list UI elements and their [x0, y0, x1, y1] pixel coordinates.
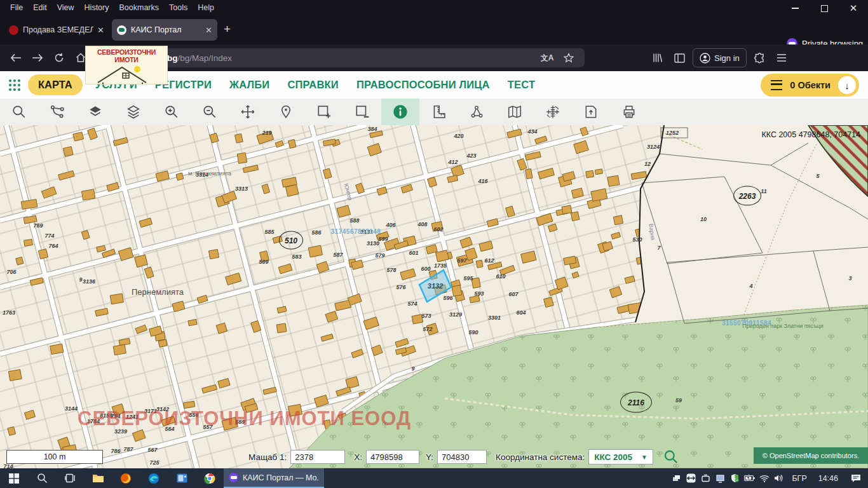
- objects-button[interactable]: 0 Обекти ↓: [761, 74, 859, 97]
- bookmark-star-icon[interactable]: [559, 49, 578, 67]
- parcel-label: 3130: [367, 240, 379, 247]
- keyboard-language[interactable]: БГР: [786, 474, 812, 483]
- osm-attribution[interactable]: © OpenStreetMap contributors.: [754, 447, 868, 464]
- nav-item-pravosposobni-litsa[interactable]: ПРАВОСПОСОБНИ ЛИЦА: [356, 79, 490, 91]
- tab1-close-icon[interactable]: ✕: [97, 25, 104, 35]
- screen: File Edit View History Bookmarks Tools H…: [0, 0, 868, 488]
- select-rect-plus-icon[interactable]: [305, 98, 343, 125]
- crs-label: Координатна система:: [496, 452, 585, 462]
- window-controls: ✕: [780, 0, 868, 17]
- back-button[interactable]: [6, 49, 25, 67]
- x-coordinate-input[interactable]: [366, 450, 419, 464]
- account-icon: [700, 53, 710, 64]
- nav-item-spravki[interactable]: СПРАВКИ: [287, 79, 339, 91]
- wifi-icon[interactable]: [757, 468, 771, 488]
- window-minimize-button[interactable]: [780, 0, 810, 17]
- tab2-close-icon[interactable]: ✕: [205, 25, 212, 35]
- app-grid-icon[interactable]: [8, 78, 22, 92]
- scale-input[interactable]: [290, 450, 345, 464]
- map-canvas[interactable]: 2193844204234343124125233143313412416774…: [0, 125, 868, 468]
- zoom-in-icon[interactable]: [153, 98, 191, 125]
- forward-button[interactable]: [28, 49, 47, 67]
- select-rect-minus-icon[interactable]: [343, 98, 381, 125]
- task-title: КАИС Портал — Mo...: [243, 473, 319, 482]
- chrome-icon[interactable]: [196, 468, 224, 488]
- menu-help[interactable]: Help: [193, 1, 219, 14]
- battery-icon[interactable]: [742, 468, 757, 488]
- menu-tools[interactable]: Tools: [164, 1, 193, 14]
- layers-icon[interactable]: [114, 98, 153, 125]
- route-nodes-icon[interactable]: [38, 98, 76, 125]
- hidden-icons-icon[interactable]: [669, 468, 684, 488]
- taskbar-clock[interactable]: 14:46: [813, 474, 844, 483]
- parcel-label: 573: [421, 313, 431, 319]
- zoom-out-icon[interactable]: [191, 98, 229, 125]
- signin-button[interactable]: Sign in: [693, 48, 747, 67]
- url-bar[interactable]: kais.cadastre.bg/bg/Map/Index 文A: [95, 48, 585, 67]
- parcel-label: 574: [407, 301, 417, 307]
- start-button[interactable]: [0, 468, 28, 488]
- parcel-label: 787: [123, 446, 133, 452]
- menu-view[interactable]: View: [52, 1, 79, 14]
- window-restore-button[interactable]: [810, 0, 839, 17]
- windows-security-icon[interactable]: [728, 468, 742, 488]
- download-arrow-icon[interactable]: ↓: [838, 76, 856, 94]
- print-icon[interactable]: [610, 98, 648, 125]
- file-explorer-icon[interactable]: [84, 468, 112, 488]
- action-center-icon[interactable]: [844, 468, 868, 488]
- library-icon[interactable]: [648, 49, 667, 67]
- volume-icon[interactable]: [771, 468, 786, 488]
- nav-item-karta[interactable]: КАРТА: [28, 74, 83, 95]
- crs-dropdown[interactable]: ККС 2005 ▼: [588, 449, 653, 464]
- nav-item-zhalbi[interactable]: ЖАЛБИ: [229, 79, 269, 91]
- parcel-label: 7: [657, 245, 660, 251]
- coordinates-grid-icon[interactable]: [534, 98, 572, 125]
- new-tab-button[interactable]: +: [224, 23, 231, 36]
- parcel-label: 509: [259, 259, 268, 265]
- search-icon[interactable]: [0, 98, 38, 125]
- menu-edit[interactable]: Edit: [28, 1, 52, 14]
- map-sheet-icon[interactable]: [496, 98, 534, 125]
- display-icon[interactable]: [713, 468, 728, 488]
- tab2-title: КАИС Портал: [131, 25, 201, 34]
- reload-button[interactable]: [50, 49, 69, 67]
- sidebar-icon[interactable]: [670, 49, 689, 67]
- place-label: Природен парк Златни пясъци: [742, 323, 824, 329]
- photos-app-icon[interactable]: [168, 468, 196, 488]
- parcel-label: 3301: [488, 315, 501, 321]
- tab-kais-portal[interactable]: КАИС Портал ✕: [112, 19, 217, 41]
- layers-filled-icon[interactable]: [76, 98, 114, 125]
- location-pin-icon[interactable]: [267, 98, 305, 125]
- teamviewer-icon[interactable]: [684, 468, 698, 488]
- parcel-label: 416: [478, 178, 487, 184]
- hamburger-menu-icon[interactable]: [772, 49, 791, 67]
- edge-icon[interactable]: [140, 468, 168, 488]
- menu-bookmarks[interactable]: Bookmarks: [114, 1, 164, 14]
- y-coordinate-input[interactable]: [437, 450, 487, 464]
- pan-icon[interactable]: [229, 98, 267, 125]
- taskbar: КАИС Портал — Mo...: [0, 468, 868, 488]
- screen-capture-icon[interactable]: [698, 468, 713, 488]
- taskbar-search-icon[interactable]: [28, 468, 56, 488]
- agency-logo-house-icon: [92, 64, 161, 85]
- measure-area-icon[interactable]: [458, 98, 496, 125]
- parcel-label: 59: [675, 397, 682, 403]
- menu-history[interactable]: History: [79, 1, 114, 14]
- taskbar-task-kais-portal[interactable]: КАИС Портал — Mo...: [224, 468, 324, 488]
- measure-length-icon[interactable]: [419, 98, 458, 125]
- nav-item-test[interactable]: ТЕСТ: [508, 79, 535, 91]
- parcel-label: 530: [632, 236, 642, 243]
- firefox-icon[interactable]: [112, 468, 140, 488]
- export-icon[interactable]: [572, 98, 610, 125]
- task-view-icon[interactable]: [56, 468, 84, 488]
- tab-prodava-zemedelska[interactable]: Продава ЗЕМЕДЕЛСКА ЗЕМЯ в ✕: [4, 19, 109, 41]
- parcel-label: 583: [292, 254, 301, 260]
- parcel-label: 406: [386, 222, 395, 228]
- translate-icon[interactable]: 文A: [538, 49, 557, 67]
- menu-file[interactable]: File: [5, 1, 28, 14]
- info-icon[interactable]: [381, 98, 419, 125]
- map-search-icon[interactable]: [663, 449, 679, 464]
- circled-zone-label: 2263: [733, 186, 761, 206]
- extensions-puzzle-icon[interactable]: [750, 49, 770, 67]
- window-close-button[interactable]: ✕: [839, 0, 868, 17]
